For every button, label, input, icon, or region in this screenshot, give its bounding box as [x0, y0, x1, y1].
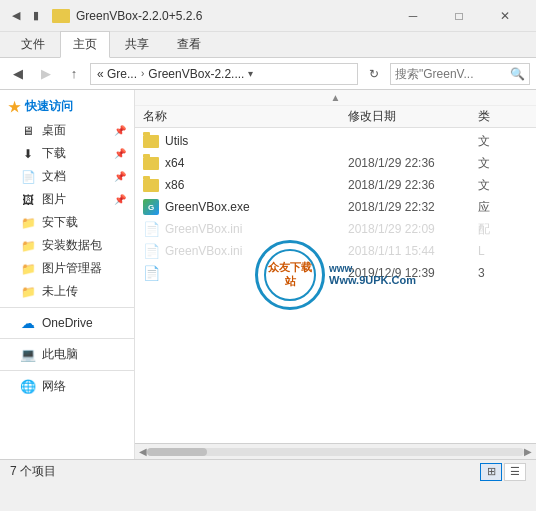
table-row[interactable]: 📄 2019/12/9 12:39 3 — [135, 262, 536, 284]
sidebar-label-thispc: 此电脑 — [42, 346, 78, 363]
divider2 — [0, 338, 134, 339]
sidebar-item-desktop[interactable]: 🖥 桌面 📌 — [0, 119, 134, 142]
back-button[interactable]: ◀ — [6, 62, 30, 86]
view-buttons: ⊞ ☰ — [480, 463, 526, 481]
breadcrumb-sep: › — [141, 68, 144, 79]
ini1-file-icon: 📄 — [143, 221, 159, 237]
scroll-left-btn[interactable]: ◀ — [139, 446, 147, 457]
table-row[interactable]: x86 2018/1/29 22:36 文 — [135, 174, 536, 196]
horizontal-scrollbar[interactable]: ◀ ▶ — [135, 443, 536, 459]
file-type-ini1: 配 — [478, 221, 528, 238]
title-bar-icons: ◀ ▮ — [8, 8, 44, 24]
folder-upload-icon: 📁 — [20, 284, 36, 300]
breadcrumb-drop: ▾ — [248, 68, 253, 79]
col-header-date[interactable]: 修改日期 — [348, 108, 478, 125]
sidebar-label-onedrive: OneDrive — [42, 316, 93, 330]
file-name-ini2: 📄 GreenVBox.ini — [143, 243, 348, 259]
list-view-button[interactable]: ☰ — [504, 463, 526, 481]
sidebar-item-upload[interactable]: 📁 未上传 — [0, 280, 134, 303]
table-row[interactable]: x64 2018/1/29 22:36 文 — [135, 152, 536, 174]
refresh-button[interactable]: ↻ — [362, 62, 386, 86]
tab-view[interactable]: 查看 — [164, 31, 214, 57]
divider3 — [0, 370, 134, 371]
table-row[interactable]: G GreenVBox.exe 2018/1/29 22:32 应 — [135, 196, 536, 218]
folder-icon — [52, 9, 70, 23]
pin-icon-docs: 📌 — [114, 171, 126, 182]
tab-home[interactable]: 主页 — [60, 31, 110, 58]
file-name-ini1: 📄 GreenVBox.ini — [143, 221, 348, 237]
search-input[interactable] — [395, 67, 510, 81]
sort-up-indicator: ▲ — [331, 92, 341, 103]
sidebar-label-docs: 文档 — [42, 168, 66, 185]
table-row[interactable]: Utils 文 — [135, 130, 536, 152]
breadcrumb[interactable]: « Gre... › GreenVBox-2.2.... ▾ — [90, 63, 358, 85]
file-type-x86: 文 — [478, 177, 528, 194]
file-date-ini2: 2018/1/11 15:44 — [348, 244, 478, 258]
sidebar-label-upload: 未上传 — [42, 283, 78, 300]
close-button[interactable]: ✕ — [482, 0, 528, 32]
pin-icon-dl: 📌 — [114, 148, 126, 159]
network-icon: 🌐 — [20, 379, 36, 395]
file-date-exe: 2018/1/29 22:32 — [348, 200, 478, 214]
pin-icon-desktop: 📌 — [114, 125, 126, 136]
col-header-type[interactable]: 类 — [478, 108, 528, 125]
file-name-x86: x86 — [143, 177, 348, 193]
item-count: 7 个项目 — [10, 463, 56, 480]
tab-share[interactable]: 共享 — [112, 31, 162, 57]
file-column-header: 名称 修改日期 类 — [135, 106, 536, 128]
ribbon-tabs: 文件 主页 共享 查看 — [0, 32, 536, 58]
scrollbar-thumb[interactable] — [147, 448, 207, 456]
scroll-right-btn[interactable]: ▶ — [524, 446, 532, 457]
sidebar-item-picmgr[interactable]: 📁 图片管理器 — [0, 257, 134, 280]
folder-utils-icon — [143, 133, 159, 149]
folder-picmgr-icon: 📁 — [20, 261, 36, 277]
ini2-file-icon: 📄 — [143, 243, 159, 259]
star-icon: ★ — [8, 99, 21, 115]
sidebar-item-onedrive[interactable]: ☁ OneDrive — [0, 312, 134, 334]
maximize-button[interactable]: □ — [436, 0, 482, 32]
fwd-icon: ▮ — [28, 8, 44, 24]
folder-install-icon: 📁 — [20, 238, 36, 254]
desktop-icon: 🖥 — [20, 123, 36, 139]
tab-file[interactable]: 文件 — [8, 31, 58, 57]
sidebar-label-desktop: 桌面 — [42, 122, 66, 139]
onedrive-icon: ☁ — [20, 315, 36, 331]
file-date-x86: 2018/1/29 22:36 — [348, 178, 478, 192]
sidebar: ★ 快速访问 🖥 桌面 📌 ⬇ 下载 📌 📄 文档 📌 🖼 图片 � — [0, 90, 135, 459]
file-date-x64: 2018/1/29 22:36 — [348, 156, 478, 170]
quick-access-label: 快速访问 — [25, 98, 73, 115]
sidebar-label-network: 网络 — [42, 378, 66, 395]
minimize-button[interactable]: ─ — [390, 0, 436, 32]
scrollbar-track[interactable] — [147, 448, 524, 456]
sidebar-item-pictures[interactable]: 🖼 图片 📌 — [0, 188, 134, 211]
file-type-x64: 文 — [478, 155, 528, 172]
folder-x86-icon — [143, 177, 159, 193]
quick-access-header[interactable]: ★ 快速访问 — [0, 94, 134, 119]
main-layout: ★ 快速访问 🖥 桌面 📌 ⬇ 下载 📌 📄 文档 📌 🖼 图片 � — [0, 90, 536, 459]
exe-file-icon: G — [143, 199, 159, 215]
col-header-name[interactable]: 名称 — [143, 108, 348, 125]
quick-access-section: ★ 快速访问 🖥 桌面 📌 ⬇ 下载 📌 📄 文档 📌 🖼 图片 � — [0, 94, 134, 303]
grid-view-button[interactable]: ⊞ — [480, 463, 502, 481]
table-row[interactable]: 📄 GreenVBox.ini 2018/1/11 15:44 L — [135, 240, 536, 262]
sidebar-item-andl[interactable]: 📁 安下载 — [0, 211, 134, 234]
search-icon[interactable]: 🔍 — [510, 67, 525, 81]
file-date-misc: 2019/12/9 12:39 — [348, 266, 478, 280]
up-button[interactable]: ↑ — [62, 62, 86, 86]
sidebar-item-downloads[interactable]: ⬇ 下载 📌 — [0, 142, 134, 165]
table-row[interactable]: 📄 GreenVBox.ini 2018/1/29 22:09 配 — [135, 218, 536, 240]
pin-icon-pic: 📌 — [114, 194, 126, 205]
sidebar-item-thispc[interactable]: 💻 此电脑 — [0, 343, 134, 366]
forward-button[interactable]: ▶ — [34, 62, 58, 86]
sidebar-item-docs[interactable]: 📄 文档 📌 — [0, 165, 134, 188]
file-name-utils: Utils — [143, 133, 348, 149]
address-bar: ◀ ▶ ↑ « Gre... › GreenVBox-2.2.... ▾ ↻ 🔍 — [0, 58, 536, 90]
breadcrumb-part2: GreenVBox-2.2.... — [148, 67, 244, 81]
sidebar-item-network[interactable]: 🌐 网络 — [0, 375, 134, 398]
file-type-misc: 3 — [478, 266, 528, 280]
sidebar-item-install[interactable]: 📁 安装数据包 — [0, 234, 134, 257]
sidebar-label-downloads: 下载 — [42, 145, 66, 162]
window-title: GreenVBox-2.2.0+5.2.6 — [76, 9, 390, 23]
search-box[interactable]: 🔍 — [390, 63, 530, 85]
file-type-ini2: L — [478, 244, 528, 258]
